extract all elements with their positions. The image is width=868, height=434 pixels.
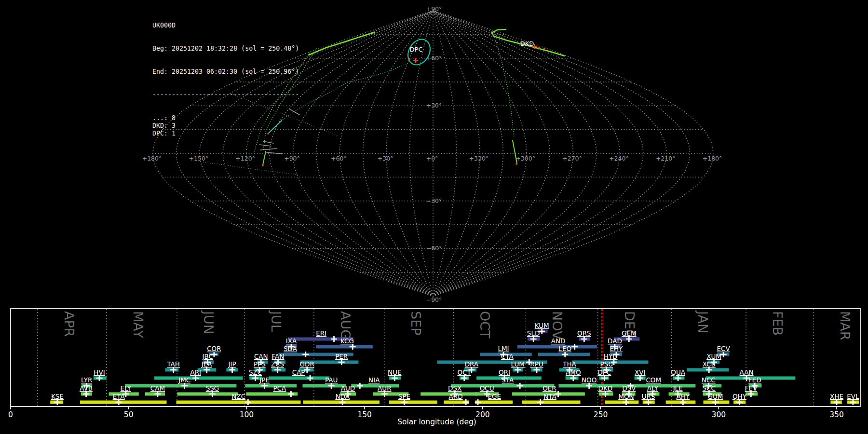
shower-label-ARI: ARI	[190, 368, 201, 376]
meteor-endpoint-dot	[543, 48, 545, 50]
shower-label-LYR: LYR	[81, 376, 92, 384]
graticule-meridian	[433, 11, 480, 296]
shower-label-DSX: DSX	[448, 384, 461, 392]
shower-bar-SSG	[177, 393, 238, 396]
shower-bar-SPE	[389, 401, 437, 404]
map-longitude-label: +60°	[331, 155, 347, 162]
shower-label-FED: FED	[748, 376, 761, 384]
map-latitude-label: −30°	[426, 197, 442, 204]
shower-label-PAU: PAU	[325, 376, 338, 384]
shower-label-COM: COM	[646, 376, 661, 384]
shower-label-AUR: AUR	[378, 384, 392, 392]
shower-label-PPS: PPS	[254, 360, 266, 368]
shower-label-LMI: LMI	[498, 345, 509, 353]
shower-bar-STA	[451, 384, 555, 388]
shower-label-JLE: JLE	[673, 384, 683, 392]
shower-label-ARD: ARD	[449, 393, 463, 400]
dkd-drift-track	[496, 41, 514, 138]
shower-label-JEA: JEA	[201, 360, 213, 368]
shower-label-THA: THA	[562, 360, 576, 368]
meteor-endpoint-dot	[515, 163, 517, 165]
shower-label-KUM: KUM	[535, 322, 549, 329]
shower-peak-marker-EGE	[475, 399, 481, 405]
x-tick-label: 50	[124, 410, 134, 419]
radiant-label-DKD: DKD	[520, 40, 534, 47]
x-tick-label: 350	[829, 410, 844, 419]
month-label-JAN: JAN	[695, 310, 710, 333]
shower-bar-NZC	[176, 401, 301, 404]
shower-label-ELY: ELY	[121, 384, 132, 392]
shower-label-OER: OER	[542, 384, 556, 392]
shower-label-CAN: CAN	[254, 353, 268, 360]
map-longitude-label: +180°	[142, 155, 162, 162]
shower-label-EVL: EVL	[847, 393, 859, 400]
shower-bar-AND	[517, 345, 597, 349]
shower-label-HVI: HVI	[94, 368, 105, 376]
shower-label-SLD: SLD	[527, 329, 540, 337]
x-tick-label: 150	[357, 410, 372, 419]
shower-label-AUD: AUD	[341, 384, 355, 392]
shower-label-AMO: AMO	[566, 368, 581, 376]
shower-label-JMC: JMC	[178, 376, 190, 384]
shower-label-KCG: KCG	[340, 337, 354, 345]
x-axis-title: Solar longitude (deg)	[397, 418, 476, 426]
graticule-meridian	[386, 11, 433, 296]
shower-label-XCB: XCB	[703, 360, 716, 368]
shower-label-QHY: QHY	[732, 393, 747, 400]
end-time-line: End: 20251203 06:02:30 (sol = 250.96°)	[152, 68, 299, 76]
month-label-OCT: OCT	[477, 311, 492, 339]
shower-label-OCU: OCU	[480, 384, 494, 392]
shower-label-MON: MON	[618, 393, 634, 400]
map-longitude-label: +330°	[469, 155, 489, 162]
meteor-endpoint-dot	[262, 164, 264, 166]
x-tick-label: 300	[712, 410, 726, 419]
shower-count-DKD: DKD: 3	[152, 122, 299, 130]
shower-label-FAN: FAN	[272, 353, 285, 360]
shower-label-PSU: PSU	[600, 360, 613, 368]
shower-label-NTA: NTA	[543, 393, 556, 400]
shower-label-PCA: PCA	[273, 384, 287, 392]
shower-label-SCC: SCC	[703, 384, 716, 392]
shower-label-NUE: NUE	[388, 368, 402, 376]
map-longitude-label: +150°	[189, 155, 209, 162]
shower-label-AAN: AAN	[740, 368, 754, 376]
month-label-MAY: MAY	[131, 311, 146, 339]
shower-label-TAH: TAH	[166, 360, 180, 368]
shower-peak-marker-ARD	[463, 399, 469, 405]
month-label-AUG: AUG	[338, 311, 353, 339]
month-label-NOV: NOV	[550, 311, 565, 340]
month-label-FEB: FEB	[770, 311, 785, 336]
shower-meteor-1	[513, 140, 517, 163]
radiant-cross-marker	[413, 58, 418, 63]
shower-label-EGE: EGE	[488, 393, 502, 400]
shower-label-SZC: SZC	[249, 368, 262, 376]
month-label-JUN: JUN	[201, 310, 216, 334]
shower-peak-marker-AND	[571, 344, 578, 350]
shower-label-URS: URS	[642, 393, 655, 400]
shower-label-ORI: ORI	[499, 368, 510, 376]
map-latitude-label: −90°	[426, 296, 442, 303]
month-label-APR: APR	[62, 311, 77, 337]
shower-label-HYD: HYD	[604, 353, 618, 360]
shower-label-IXA: IXA	[286, 337, 297, 345]
map-longitude-label: +300°	[515, 155, 535, 162]
x-tick-label: 0	[8, 410, 13, 419]
shower-label-DRA: DRA	[465, 360, 479, 368]
month-label-MAR: MAR	[838, 311, 853, 340]
shower-count-dotdotdot: ...: 8	[152, 114, 299, 122]
shower-label-DKD: DKD	[598, 384, 613, 392]
meteor-endpoint-dot	[538, 47, 540, 49]
shower-label-ZCS: ZCS	[271, 360, 284, 368]
shower-label-XHE: XHE	[830, 393, 843, 400]
x-tick-label: 100	[240, 410, 254, 419]
shower-label-JIP: JIP	[228, 360, 236, 368]
shower-label-SSG: SSG	[206, 384, 219, 392]
shower-bar-KCG	[316, 345, 372, 349]
shower-label-COR: COR	[207, 345, 221, 353]
shower-peak-marker-STA	[517, 383, 523, 389]
shower-label-PER: PER	[335, 353, 348, 360]
shower-count-list: ...: 8DKD: 3DPC: 1	[152, 114, 299, 137]
shower-label-NCC: NCC	[702, 376, 716, 384]
shower-peak-marker-CAP	[307, 375, 313, 381]
shower-count-DPC: DPC: 1	[152, 130, 299, 137]
